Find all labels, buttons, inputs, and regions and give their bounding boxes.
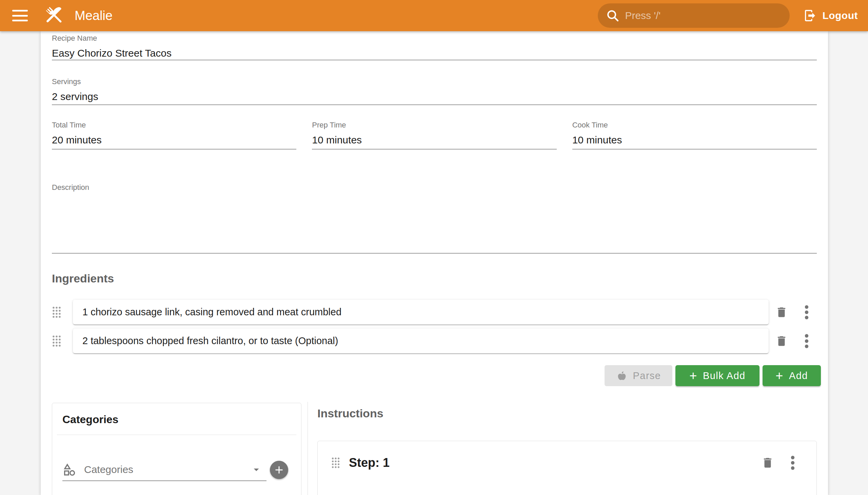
cook-time-field: Cook Time bbox=[572, 120, 817, 150]
drag-handle-icon[interactable] bbox=[52, 306, 62, 319]
app-header: Mealie Logout bbox=[0, 0, 868, 31]
cook-time-label: Cook Time bbox=[572, 120, 817, 130]
drag-handle-icon[interactable] bbox=[52, 335, 62, 347]
ingredients-heading: Ingredients bbox=[52, 272, 114, 285]
drag-handle-icon[interactable] bbox=[331, 457, 340, 469]
recipe-editor: Recipe Name Servings Total Time Prep Tim… bbox=[41, 31, 828, 495]
cook-time-input[interactable] bbox=[572, 134, 817, 146]
ingredient-input-card bbox=[73, 300, 769, 324]
total-time-label: Total Time bbox=[52, 120, 296, 130]
ingredient-input-card bbox=[73, 328, 769, 353]
ingredient-row bbox=[52, 328, 857, 353]
prep-time-label: Prep Time bbox=[312, 120, 557, 130]
time-fields-row: Total Time Prep Time Cook Time bbox=[52, 120, 817, 150]
search-input[interactable] bbox=[625, 10, 782, 21]
delete-ingredient-button[interactable] bbox=[775, 305, 788, 320]
shapes-icon bbox=[62, 462, 76, 477]
description-input[interactable] bbox=[52, 196, 817, 247]
servings-input[interactable] bbox=[52, 91, 817, 102]
plus-icon: + bbox=[776, 369, 784, 382]
total-time-input[interactable] bbox=[52, 134, 296, 146]
categories-title: Categories bbox=[62, 413, 291, 426]
logout-icon bbox=[803, 9, 817, 22]
trash-icon bbox=[775, 306, 788, 319]
step-header: Step: 1 bbox=[331, 455, 800, 470]
ingredient-menu-button[interactable] bbox=[800, 305, 813, 320]
divider bbox=[57, 434, 296, 435]
categories-card: Categories Categories bbox=[52, 403, 302, 495]
trash-icon bbox=[761, 456, 774, 469]
search-bar[interactable] bbox=[598, 3, 790, 28]
apple-icon bbox=[616, 370, 628, 381]
categories-select[interactable]: Categories bbox=[62, 459, 267, 481]
bulk-add-label: Bulk Add bbox=[703, 370, 746, 381]
parse-button[interactable]: Parse bbox=[605, 365, 673, 386]
kebab-menu-icon bbox=[804, 334, 809, 348]
prep-time-field: Prep Time bbox=[312, 120, 557, 150]
mealie-logo-icon[interactable] bbox=[43, 4, 66, 27]
step-menu-button[interactable] bbox=[786, 455, 800, 470]
plus-icon bbox=[273, 464, 285, 476]
servings-field: Servings bbox=[52, 76, 817, 105]
recipe-name-input[interactable] bbox=[52, 48, 817, 59]
add-category-button[interactable] bbox=[270, 461, 288, 479]
app-title: Mealie bbox=[74, 8, 113, 23]
ingredient-menu-button[interactable] bbox=[800, 334, 813, 348]
mealie-app: Mealie Logout Recipe Name Servings bbox=[0, 0, 868, 495]
categories-select-placeholder: Categories bbox=[84, 464, 133, 475]
recipe-name-field: Recipe Name bbox=[52, 33, 817, 61]
logout-label: Logout bbox=[822, 10, 858, 21]
column-divider bbox=[308, 402, 308, 495]
description-label: Description bbox=[52, 183, 817, 192]
step-title: Step: 1 bbox=[349, 456, 390, 470]
trash-icon bbox=[775, 335, 788, 347]
instruction-step-card: Step: 1 Combine crumbled chorizo and chi… bbox=[317, 441, 817, 495]
menu-icon[interactable] bbox=[12, 10, 28, 21]
add-label: Add bbox=[789, 370, 808, 381]
prep-time-input[interactable] bbox=[312, 134, 557, 146]
delete-step-button[interactable] bbox=[761, 455, 775, 470]
parse-label: Parse bbox=[633, 370, 661, 381]
ingredient-input[interactable] bbox=[73, 328, 769, 353]
search-icon bbox=[606, 9, 619, 22]
ingredient-actions: Parse + Bulk Add + Add bbox=[52, 365, 821, 386]
ingredient-row bbox=[52, 300, 857, 324]
servings-label: Servings bbox=[52, 76, 817, 87]
total-time-field: Total Time bbox=[52, 120, 296, 150]
bulk-add-button[interactable]: + Bulk Add bbox=[676, 365, 760, 386]
logout-button[interactable]: Logout bbox=[803, 9, 858, 22]
recipe-name-label: Recipe Name bbox=[52, 33, 817, 44]
delete-ingredient-button[interactable] bbox=[775, 334, 788, 348]
chevron-down-icon bbox=[250, 463, 262, 476]
plus-icon: + bbox=[689, 369, 697, 382]
description-field: Description bbox=[52, 183, 817, 254]
instructions-heading: Instructions bbox=[317, 407, 384, 420]
kebab-menu-icon bbox=[790, 455, 795, 470]
kebab-menu-icon bbox=[804, 305, 809, 320]
add-ingredient-button[interactable]: + Add bbox=[763, 365, 821, 386]
ingredient-input[interactable] bbox=[73, 300, 769, 324]
